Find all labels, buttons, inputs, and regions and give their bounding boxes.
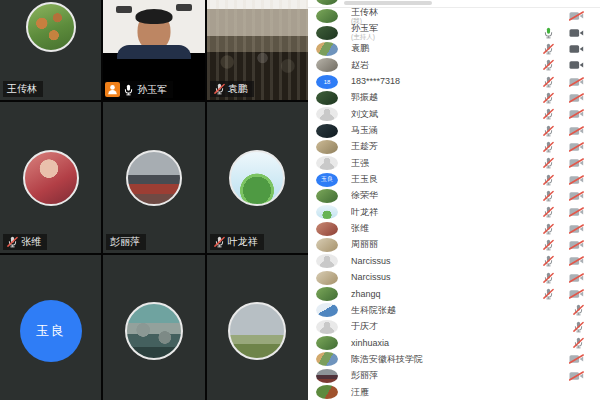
mic-muted-icon[interactable] bbox=[543, 76, 554, 88]
mic-muted-icon[interactable] bbox=[543, 43, 554, 55]
status-icons bbox=[543, 190, 584, 202]
participant-avatar bbox=[126, 150, 182, 206]
mic-muted-icon[interactable] bbox=[543, 239, 554, 251]
participant-name: 郭振越 bbox=[351, 93, 543, 102]
video-tile-叶龙祥[interactable]: 叶龙祥 bbox=[207, 102, 308, 253]
camera-off-icon[interactable] bbox=[569, 289, 584, 299]
mic-muted-icon[interactable] bbox=[543, 125, 554, 137]
participant-row-刘文斌[interactable]: 刘文斌 bbox=[308, 106, 600, 122]
camera-on-icon[interactable] bbox=[569, 44, 584, 54]
camera-off-icon[interactable] bbox=[569, 371, 584, 381]
participant-row-于庆才[interactable]: 于庆才 bbox=[308, 319, 600, 335]
video-tile-slot-7[interactable]: 玉良 bbox=[0, 255, 101, 400]
participant-row-xinhuaxia[interactable]: xinhuaxia bbox=[308, 335, 600, 351]
video-tile-孙玉军[interactable]: 孙玉军 bbox=[103, 0, 204, 100]
camera-on-icon[interactable] bbox=[569, 60, 584, 70]
camera-off-icon[interactable] bbox=[569, 126, 584, 136]
mic-muted-icon[interactable] bbox=[573, 337, 584, 349]
participant-avatar bbox=[316, 287, 338, 301]
mic-muted-icon[interactable] bbox=[543, 141, 554, 153]
participant-list: 王传林(我)孙玉军(主持人)袁鹏赵岩18183****7318郭振越刘文斌马玉涵… bbox=[308, 8, 600, 400]
mic-muted-icon[interactable] bbox=[543, 223, 554, 235]
camera-on-icon[interactable] bbox=[569, 28, 584, 38]
participant-name: 马玉涵 bbox=[351, 126, 543, 135]
participant-avatar bbox=[316, 140, 338, 154]
participant-row-王趁芳[interactable]: 王趁芳 bbox=[308, 139, 600, 155]
participant-row-彭丽萍[interactable]: 彭丽萍 bbox=[308, 368, 600, 384]
participant-row-183****7318[interactable]: 18183****7318 bbox=[308, 73, 600, 89]
mic-active-icon[interactable] bbox=[543, 27, 554, 39]
participant-row-王玉良[interactable]: 玉良王玉良 bbox=[308, 171, 600, 187]
video-tile-王传林[interactable]: 王传林 bbox=[0, 0, 101, 100]
participant-role-label: (主持人) bbox=[351, 34, 543, 41]
camera-off-icon[interactable] bbox=[569, 354, 584, 364]
camera-off-icon[interactable] bbox=[569, 77, 584, 87]
participant-row-徐荣华[interactable]: 徐荣华 bbox=[308, 188, 600, 204]
participant-name-block: Narcissus bbox=[351, 257, 543, 266]
mic-muted-icon[interactable] bbox=[543, 174, 554, 186]
status-icons bbox=[543, 27, 584, 39]
participant-row-王强[interactable]: 王强 bbox=[308, 155, 600, 171]
participant-row-生科院张越[interactable]: 生科院张越 bbox=[308, 302, 600, 318]
camera-off-icon[interactable] bbox=[569, 224, 584, 234]
participant-row-袁鹏[interactable]: 袁鹏 bbox=[308, 41, 600, 57]
partial-participant-row[interactable] bbox=[308, 0, 600, 7]
participant-row-Narcissus[interactable]: Narcissus bbox=[308, 253, 600, 269]
participant-row-周丽丽[interactable]: 周丽丽 bbox=[308, 237, 600, 253]
status-icons bbox=[543, 174, 584, 186]
video-tile-slot-9[interactable] bbox=[207, 255, 308, 400]
mic-muted-icon[interactable] bbox=[573, 304, 584, 316]
mic-muted-icon[interactable] bbox=[543, 157, 554, 169]
mic-muted-icon[interactable] bbox=[543, 288, 554, 300]
participant-row-郭振越[interactable]: 郭振越 bbox=[308, 90, 600, 106]
participant-row-陈浩安徽科技学院[interactable]: 陈浩安徽科技学院 bbox=[308, 351, 600, 367]
mic-muted-icon[interactable] bbox=[543, 59, 554, 71]
camera-off-icon[interactable] bbox=[569, 109, 584, 119]
participant-name-block: 周丽丽 bbox=[351, 240, 543, 249]
participant-name-block: 郭振越 bbox=[351, 93, 543, 102]
participant-name-block: 陈浩安徽科技学院 bbox=[351, 355, 569, 364]
participant-name-block: 王强 bbox=[351, 159, 543, 168]
camera-off-icon[interactable] bbox=[569, 256, 584, 266]
mic-muted-icon[interactable] bbox=[543, 206, 554, 218]
status-icons bbox=[543, 255, 584, 267]
status-icons bbox=[543, 125, 584, 137]
participant-row-赵岩[interactable]: 赵岩 bbox=[308, 57, 600, 73]
camera-off-icon[interactable] bbox=[569, 191, 584, 201]
mic-muted-icon[interactable] bbox=[543, 108, 554, 120]
participant-row-王传林[interactable]: 王传林(我) bbox=[308, 8, 600, 24]
participant-row-张维[interactable]: 张维 bbox=[308, 220, 600, 236]
status-icons bbox=[573, 321, 584, 333]
participant-name-block: zhangq bbox=[351, 290, 543, 299]
video-tile-袁鹏[interactable]: 袁鹏 bbox=[207, 0, 308, 100]
video-tile-彭丽萍[interactable]: 彭丽萍 bbox=[103, 102, 204, 253]
status-icons bbox=[543, 76, 584, 88]
camera-off-icon[interactable] bbox=[569, 175, 584, 185]
participant-avatar bbox=[316, 9, 338, 23]
participant-row-马玉涵[interactable]: 马玉涵 bbox=[308, 122, 600, 138]
participant-row-汪雁[interactable]: 汪雁 bbox=[308, 384, 600, 400]
camera-off-icon[interactable] bbox=[569, 207, 584, 217]
camera-off-icon[interactable] bbox=[569, 158, 584, 168]
camera-off-icon[interactable] bbox=[569, 142, 584, 152]
participant-row-Narcissus[interactable]: Narcissus bbox=[308, 270, 600, 286]
video-tile-张维[interactable]: 张维 bbox=[0, 102, 101, 253]
mic-muted-icon[interactable] bbox=[543, 272, 554, 284]
participant-row-叶龙祥[interactable]: 叶龙祥 bbox=[308, 204, 600, 220]
camera-off-icon[interactable] bbox=[569, 240, 584, 250]
mic-muted-icon bbox=[214, 83, 225, 95]
camera-off-icon[interactable] bbox=[569, 273, 584, 283]
mic-muted-icon[interactable] bbox=[543, 92, 554, 104]
participant-row-孙玉军[interactable]: 孙玉军(主持人) bbox=[308, 24, 600, 40]
initials-avatar: 玉良 bbox=[20, 300, 82, 362]
mic-muted-icon[interactable] bbox=[543, 255, 554, 267]
default-avatar bbox=[316, 156, 338, 170]
mic-muted-icon[interactable] bbox=[543, 190, 554, 202]
participant-avatar bbox=[316, 385, 338, 399]
camera-off-icon[interactable] bbox=[569, 93, 584, 103]
camera-off-icon[interactable] bbox=[569, 11, 584, 21]
mic-muted-icon[interactable] bbox=[573, 321, 584, 333]
video-tile-slot-8[interactable] bbox=[103, 255, 204, 400]
participant-row-zhangq[interactable]: zhangq bbox=[308, 286, 600, 302]
participant-name: 张维 bbox=[351, 224, 543, 233]
